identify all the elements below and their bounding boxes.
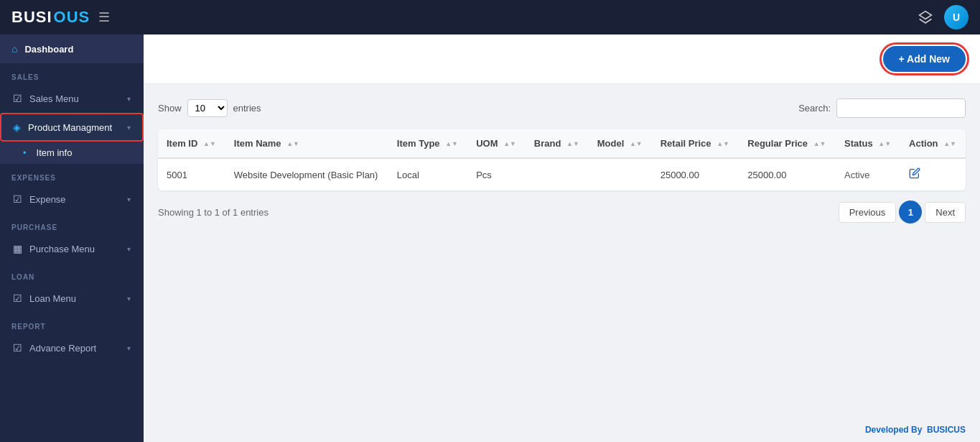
purchase-menu-arrow: ▾: [127, 245, 131, 253]
sort-item-name: ▲▼: [286, 141, 299, 147]
col-item-name[interactable]: Item Name ▲▼: [225, 129, 388, 158]
sales-menu-icon: ☑: [13, 93, 22, 104]
dashboard-label: Dashboard: [24, 44, 73, 55]
sidebar-sub-item-info[interactable]: Item info: [0, 142, 144, 164]
hamburger-icon[interactable]: ☰: [98, 9, 110, 25]
avatar[interactable]: U: [944, 5, 969, 29]
advance-report-icon: ☑: [13, 342, 22, 354]
logo-busi: BUSI: [11, 8, 52, 27]
sort-model: ▲▼: [630, 141, 643, 147]
edit-button[interactable]: [909, 167, 920, 182]
expense-icon: ☑: [13, 193, 22, 205]
add-new-button[interactable]: + Add New: [883, 46, 966, 72]
main-header: + Add New: [144, 34, 980, 84]
svg-marker-0: [920, 11, 932, 19]
top-nav-left: BUSIOUS ☰: [11, 8, 110, 27]
table-header-row: Item ID ▲▼ Item Name ▲▼ Item Type ▲▼ UOM…: [158, 129, 966, 158]
entries-select[interactable]: 10 25 50 100: [187, 99, 228, 117]
sidebar-item-dashboard[interactable]: ⌂ Dashboard: [0, 34, 144, 63]
sidebar-item-sales-menu[interactable]: ☑ Sales Menu ▾: [0, 84, 144, 113]
product-management-label: Product Managment: [28, 122, 120, 133]
main-content: + Add New Show 10 25 50 100 entries Sear…: [144, 34, 980, 442]
next-button[interactable]: Next: [925, 202, 966, 223]
table-row: 5001 Website Development (Basic Plan) Lo…: [158, 158, 966, 190]
col-uom[interactable]: UOM ▲▼: [467, 129, 526, 158]
sort-item-id: ▲▼: [203, 141, 216, 147]
loan-menu-label: Loan Menu: [29, 293, 120, 304]
top-nav: BUSIOUS ☰ U: [0, 0, 980, 34]
sort-action: ▲▼: [943, 141, 956, 147]
col-status[interactable]: Status ▲▼: [836, 129, 900, 158]
cell-retail-price: 25000.00: [652, 158, 739, 190]
content-area: Show 10 25 50 100 entries Search:: [144, 84, 980, 418]
col-regular-price[interactable]: Regular Price ▲▼: [739, 129, 836, 158]
top-nav-right: U: [914, 5, 969, 29]
section-loan: LOAN: [0, 263, 144, 284]
logo-ious: OUS: [54, 8, 90, 27]
cell-brand: [526, 158, 589, 190]
col-model[interactable]: Model ▲▼: [589, 129, 652, 158]
layout: ⌂ Dashboard SALES ☑ Sales Menu ▾ ◈ Produ…: [0, 34, 980, 442]
cell-regular-price: 25000.00: [739, 158, 836, 190]
item-info-label: Item info: [37, 147, 73, 158]
sales-menu-arrow: ▾: [127, 95, 131, 103]
col-brand[interactable]: Brand ▲▼: [526, 129, 589, 158]
show-entries: Show 10 25 50 100 entries: [158, 99, 261, 117]
cell-item-name: Website Development (Basic Plan): [225, 158, 388, 190]
layers-icon[interactable]: [914, 6, 937, 29]
advance-report-arrow: ▾: [127, 344, 131, 352]
brand-name: BUSICUS: [927, 425, 966, 435]
col-action[interactable]: Action ▲▼: [900, 129, 966, 158]
col-retail-price[interactable]: Retail Price ▲▼: [652, 129, 739, 158]
search-input[interactable]: [836, 98, 966, 118]
search-label: Search:: [798, 103, 831, 114]
sidebar-item-product-management[interactable]: ◈ Product Managment ▾: [0, 113, 144, 142]
loan-menu-icon: ☑: [13, 293, 22, 304]
home-icon: ⌂: [11, 43, 17, 55]
cell-model: [589, 158, 652, 190]
pagination: Previous 1 Next: [839, 201, 966, 224]
entries-label: entries: [233, 103, 261, 114]
showing-text: Showing 1 to 1 of 1 entries: [158, 207, 269, 218]
show-label: Show: [158, 103, 182, 114]
advance-report-label: Advance Report: [29, 343, 120, 354]
sidebar-item-expense[interactable]: ☑ Expense ▾: [0, 185, 144, 213]
search-box: Search:: [798, 98, 966, 118]
purchase-menu-icon: ▦: [13, 243, 22, 254]
sort-retail-price: ▲▼: [717, 141, 729, 147]
sidebar: ⌂ Dashboard SALES ☑ Sales Menu ▾ ◈ Produ…: [0, 34, 144, 442]
cell-status: Active: [836, 158, 900, 190]
table-footer: Showing 1 to 1 of 1 entries Previous 1 N…: [158, 201, 966, 224]
product-management-icon: ◈: [13, 121, 21, 133]
cell-uom: Pcs: [467, 158, 526, 190]
footer: Developed By BUSICUS: [144, 418, 980, 442]
data-table: Item ID ▲▼ Item Name ▲▼ Item Type ▲▼ UOM…: [158, 129, 966, 190]
expense-label: Expense: [29, 194, 120, 205]
expense-arrow: ▾: [127, 195, 131, 203]
table-controls: Show 10 25 50 100 entries Search:: [158, 98, 966, 118]
section-sales: SALES: [0, 63, 144, 84]
sidebar-item-loan-menu[interactable]: ☑ Loan Menu ▾: [0, 284, 144, 313]
previous-button[interactable]: Previous: [839, 202, 897, 223]
sort-status: ▲▼: [878, 141, 891, 147]
section-purchase: PURCHASE: [0, 213, 144, 234]
sort-regular-price: ▲▼: [813, 141, 826, 147]
cell-item-id: 5001: [158, 158, 225, 190]
cell-action[interactable]: [900, 158, 966, 190]
sidebar-item-purchase-menu[interactable]: ▦ Purchase Menu ▾: [0, 234, 144, 263]
purchase-menu-label: Purchase Menu: [29, 244, 120, 254]
sort-uom: ▲▼: [503, 141, 516, 147]
cell-item-type: Local: [388, 158, 467, 190]
section-report: REPORT: [0, 313, 144, 333]
col-item-id[interactable]: Item ID ▲▼: [158, 129, 225, 158]
product-management-arrow: ▾: [127, 124, 131, 132]
section-expenses: EXPENSES: [0, 164, 144, 185]
col-item-type[interactable]: Item Type ▲▼: [388, 129, 467, 158]
developed-by-text: Developed By: [865, 425, 922, 435]
logo: BUSIOUS: [11, 8, 90, 27]
sort-item-type: ▲▼: [445, 141, 458, 147]
current-page[interactable]: 1: [899, 201, 922, 224]
sidebar-item-advance-report[interactable]: ☑ Advance Report ▾: [0, 333, 144, 362]
sort-brand: ▲▼: [566, 141, 579, 147]
sales-menu-label: Sales Menu: [29, 93, 120, 104]
